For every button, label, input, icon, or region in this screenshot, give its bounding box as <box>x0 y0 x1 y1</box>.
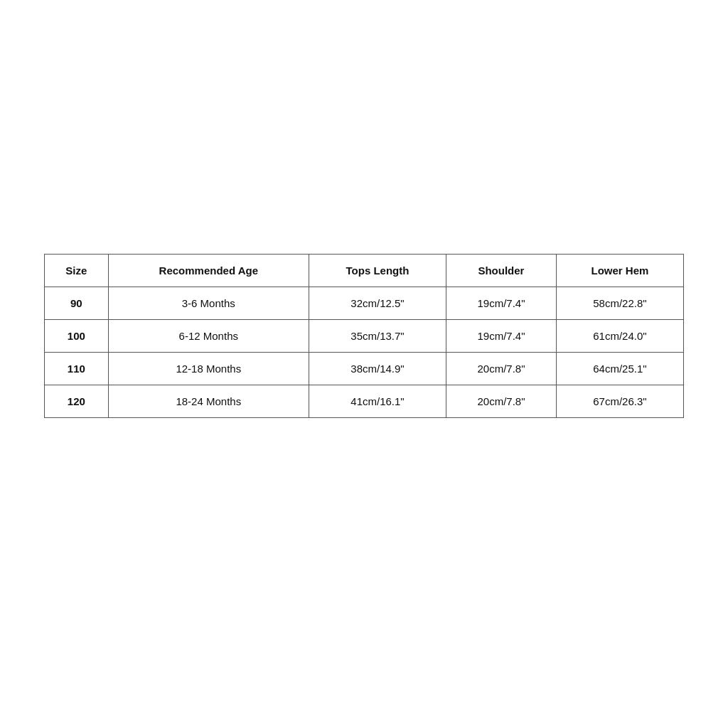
header-shoulder: Shoulder <box>446 254 557 287</box>
table-header-row: Size Recommended Age Tops Length Shoulde… <box>45 254 684 287</box>
header-recommended-age: Recommended Age <box>108 254 309 287</box>
size-chart-table: Size Recommended Age Tops Length Shoulde… <box>44 254 684 418</box>
cell-size: 120 <box>45 385 109 417</box>
header-tops-length: Tops Length <box>309 254 446 287</box>
cell-tops-length: 41cm/16.1" <box>309 385 446 417</box>
cell-lower-hem: 61cm/24.0" <box>556 319 683 352</box>
table-row: 903-6 Months32cm/12.5"19cm/7.4"58cm/22.8… <box>45 287 684 319</box>
cell-age: 12-18 Months <box>108 352 309 385</box>
cell-size: 110 <box>45 352 109 385</box>
cell-shoulder: 19cm/7.4" <box>446 319 557 352</box>
cell-tops-length: 32cm/12.5" <box>309 287 446 319</box>
table-row: 12018-24 Months41cm/16.1"20cm/7.8"67cm/2… <box>45 385 684 417</box>
table-row: 1006-12 Months35cm/13.7"19cm/7.4"61cm/24… <box>45 319 684 352</box>
cell-age: 3-6 Months <box>108 287 309 319</box>
size-chart-container: Size Recommended Age Tops Length Shoulde… <box>44 254 684 418</box>
cell-shoulder: 19cm/7.4" <box>446 287 557 319</box>
cell-tops-length: 38cm/14.9" <box>309 352 446 385</box>
cell-shoulder: 20cm/7.8" <box>446 352 557 385</box>
cell-size: 100 <box>45 319 109 352</box>
table-row: 11012-18 Months38cm/14.9"20cm/7.8"64cm/2… <box>45 352 684 385</box>
cell-lower-hem: 64cm/25.1" <box>556 352 683 385</box>
cell-lower-hem: 67cm/26.3" <box>556 385 683 417</box>
cell-tops-length: 35cm/13.7" <box>309 319 446 352</box>
header-lower-hem: Lower Hem <box>556 254 683 287</box>
header-size: Size <box>45 254 109 287</box>
cell-shoulder: 20cm/7.8" <box>446 385 557 417</box>
cell-age: 18-24 Months <box>108 385 309 417</box>
cell-size: 90 <box>45 287 109 319</box>
cell-age: 6-12 Months <box>108 319 309 352</box>
cell-lower-hem: 58cm/22.8" <box>556 287 683 319</box>
